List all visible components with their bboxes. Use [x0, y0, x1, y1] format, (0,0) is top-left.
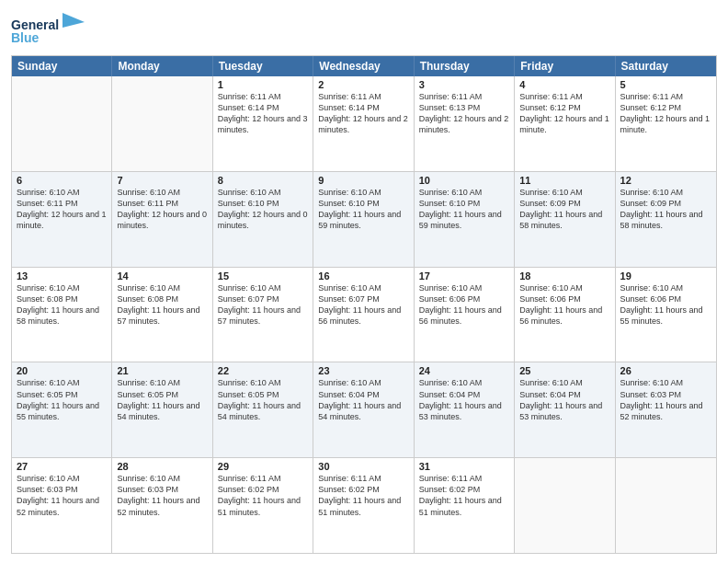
calendar-cell: 26Sunrise: 6:10 AM Sunset: 6:03 PM Dayli…	[616, 362, 716, 457]
page: General Blue SundayMondayTuesdayWednesda…	[0, 0, 728, 563]
calendar-body: 1Sunrise: 6:11 AM Sunset: 6:14 PM Daylig…	[12, 76, 716, 553]
calendar-cell: 7Sunrise: 6:10 AM Sunset: 6:11 PM Daylig…	[112, 172, 212, 267]
day-number: 25	[519, 365, 609, 376]
calendar-cell: 30Sunrise: 6:11 AM Sunset: 6:02 PM Dayli…	[313, 458, 414, 553]
cell-info: Sunrise: 6:10 AM Sunset: 6:03 PM Dayligh…	[117, 473, 207, 518]
day-number: 21	[117, 365, 207, 376]
cell-info: Sunrise: 6:11 AM Sunset: 6:02 PM Dayligh…	[218, 473, 308, 518]
calendar-cell	[616, 458, 716, 553]
cell-info: Sunrise: 6:10 AM Sunset: 6:04 PM Dayligh…	[419, 377, 509, 422]
cell-info: Sunrise: 6:10 AM Sunset: 6:10 PM Dayligh…	[218, 187, 308, 232]
calendar-cell: 16Sunrise: 6:10 AM Sunset: 6:07 PM Dayli…	[313, 268, 414, 362]
calendar-cell: 15Sunrise: 6:10 AM Sunset: 6:07 PM Dayli…	[213, 268, 313, 362]
day-number: 22	[218, 365, 308, 376]
calendar-cell: 2Sunrise: 6:11 AM Sunset: 6:14 PM Daylig…	[313, 76, 414, 171]
day-of-week-header: Thursday	[415, 56, 515, 76]
day-number: 16	[318, 270, 408, 282]
calendar-row: 6Sunrise: 6:10 AM Sunset: 6:11 PM Daylig…	[12, 171, 716, 267]
cell-info: Sunrise: 6:10 AM Sunset: 6:05 PM Dayligh…	[117, 377, 207, 422]
cell-info: Sunrise: 6:11 AM Sunset: 6:14 PM Dayligh…	[218, 91, 308, 136]
calendar-cell: 5Sunrise: 6:11 AM Sunset: 6:12 PM Daylig…	[616, 76, 716, 171]
calendar-cell: 10Sunrise: 6:10 AM Sunset: 6:10 PM Dayli…	[415, 172, 515, 267]
day-number: 9	[318, 175, 408, 186]
day-number: 30	[318, 461, 408, 472]
calendar-cell: 31Sunrise: 6:11 AM Sunset: 6:02 PM Dayli…	[415, 458, 515, 553]
calendar-cell: 20Sunrise: 6:10 AM Sunset: 6:05 PM Dayli…	[12, 362, 112, 457]
day-number: 15	[218, 270, 308, 282]
calendar-cell: 14Sunrise: 6:10 AM Sunset: 6:08 PM Dayli…	[112, 268, 212, 362]
cell-info: Sunrise: 6:10 AM Sunset: 6:03 PM Dayligh…	[620, 377, 711, 422]
calendar-cell: 8Sunrise: 6:10 AM Sunset: 6:10 PM Daylig…	[213, 172, 313, 267]
day-number: 20	[17, 365, 107, 376]
day-number: 13	[17, 270, 107, 282]
day-number: 11	[519, 175, 609, 186]
calendar-cell: 4Sunrise: 6:11 AM Sunset: 6:12 PM Daylig…	[515, 76, 615, 171]
day-number: 12	[620, 175, 711, 186]
day-number: 17	[419, 270, 509, 282]
calendar-cell: 24Sunrise: 6:10 AM Sunset: 6:04 PM Dayli…	[415, 362, 515, 457]
day-number: 10	[419, 175, 509, 186]
calendar-cell: 18Sunrise: 6:10 AM Sunset: 6:06 PM Dayli…	[515, 268, 615, 362]
calendar-cell: 29Sunrise: 6:11 AM Sunset: 6:02 PM Dayli…	[213, 458, 313, 553]
svg-marker-0	[63, 13, 85, 28]
cell-info: Sunrise: 6:10 AM Sunset: 6:04 PM Dayligh…	[318, 377, 408, 422]
cell-info: Sunrise: 6:10 AM Sunset: 6:07 PM Dayligh…	[218, 282, 308, 327]
day-number: 8	[218, 175, 308, 186]
calendar-header: SundayMondayTuesdayWednesdayThursdayFrid…	[12, 56, 716, 76]
day-number: 4	[519, 79, 609, 90]
calendar-cell: 9Sunrise: 6:10 AM Sunset: 6:10 PM Daylig…	[313, 172, 414, 267]
cell-info: Sunrise: 6:11 AM Sunset: 6:02 PM Dayligh…	[318, 473, 408, 518]
calendar-cell: 21Sunrise: 6:10 AM Sunset: 6:05 PM Dayli…	[112, 362, 212, 457]
cell-info: Sunrise: 6:11 AM Sunset: 6:02 PM Dayligh…	[419, 473, 509, 518]
cell-info: Sunrise: 6:10 AM Sunset: 6:06 PM Dayligh…	[620, 282, 711, 327]
calendar-cell	[112, 76, 212, 171]
calendar-cell: 13Sunrise: 6:10 AM Sunset: 6:08 PM Dayli…	[12, 268, 112, 362]
cell-info: Sunrise: 6:10 AM Sunset: 6:10 PM Dayligh…	[419, 187, 509, 232]
cell-info: Sunrise: 6:10 AM Sunset: 6:09 PM Dayligh…	[620, 187, 711, 232]
day-number: 23	[318, 365, 408, 376]
calendar-cell: 3Sunrise: 6:11 AM Sunset: 6:13 PM Daylig…	[415, 76, 515, 171]
day-of-week-header: Monday	[112, 56, 212, 76]
day-number: 6	[17, 175, 107, 186]
calendar-cell: 19Sunrise: 6:10 AM Sunset: 6:06 PM Dayli…	[616, 268, 716, 362]
calendar-cell: 17Sunrise: 6:10 AM Sunset: 6:06 PM Dayli…	[415, 268, 515, 362]
day-number: 19	[620, 270, 711, 282]
cell-info: Sunrise: 6:10 AM Sunset: 6:08 PM Dayligh…	[17, 282, 107, 327]
cell-info: Sunrise: 6:10 AM Sunset: 6:10 PM Dayligh…	[318, 187, 408, 232]
calendar-row: 1Sunrise: 6:11 AM Sunset: 6:14 PM Daylig…	[12, 76, 716, 171]
header: General Blue	[11, 9, 717, 50]
day-of-week-header: Sunday	[12, 56, 112, 76]
calendar-cell: 1Sunrise: 6:11 AM Sunset: 6:14 PM Daylig…	[213, 76, 313, 171]
calendar-cell: 28Sunrise: 6:10 AM Sunset: 6:03 PM Dayli…	[112, 458, 212, 553]
calendar: SundayMondayTuesdayWednesdayThursdayFrid…	[11, 55, 717, 554]
cell-info: Sunrise: 6:10 AM Sunset: 6:04 PM Dayligh…	[519, 377, 609, 422]
day-number: 2	[318, 79, 408, 90]
day-number: 14	[117, 270, 207, 282]
cell-info: Sunrise: 6:11 AM Sunset: 6:12 PM Dayligh…	[620, 91, 711, 136]
cell-info: Sunrise: 6:10 AM Sunset: 6:05 PM Dayligh…	[17, 377, 107, 422]
cell-info: Sunrise: 6:10 AM Sunset: 6:06 PM Dayligh…	[519, 282, 609, 327]
calendar-cell: 6Sunrise: 6:10 AM Sunset: 6:11 PM Daylig…	[12, 172, 112, 267]
day-number: 3	[419, 79, 509, 90]
day-of-week-header: Wednesday	[313, 56, 414, 76]
day-number: 18	[519, 270, 609, 282]
cell-info: Sunrise: 6:11 AM Sunset: 6:12 PM Dayligh…	[519, 91, 609, 136]
day-number: 26	[620, 365, 711, 376]
cell-info: Sunrise: 6:10 AM Sunset: 6:05 PM Dayligh…	[218, 377, 308, 422]
day-number: 29	[218, 461, 308, 472]
day-number: 1	[218, 79, 308, 90]
calendar-cell: 27Sunrise: 6:10 AM Sunset: 6:03 PM Dayli…	[12, 458, 112, 553]
cell-info: Sunrise: 6:11 AM Sunset: 6:14 PM Dayligh…	[318, 91, 408, 136]
day-number: 27	[17, 461, 107, 472]
cell-info: Sunrise: 6:10 AM Sunset: 6:11 PM Dayligh…	[117, 187, 207, 232]
cell-info: Sunrise: 6:10 AM Sunset: 6:08 PM Dayligh…	[117, 282, 207, 327]
cell-info: Sunrise: 6:11 AM Sunset: 6:13 PM Dayligh…	[419, 91, 509, 136]
day-of-week-header: Saturday	[616, 56, 716, 76]
day-number: 7	[117, 175, 207, 186]
cell-info: Sunrise: 6:10 AM Sunset: 6:11 PM Dayligh…	[17, 187, 107, 232]
day-number: 24	[419, 365, 509, 376]
calendar-cell: 12Sunrise: 6:10 AM Sunset: 6:09 PM Dayli…	[616, 172, 716, 267]
calendar-cell	[515, 458, 615, 553]
cell-info: Sunrise: 6:10 AM Sunset: 6:09 PM Dayligh…	[519, 187, 609, 232]
cell-info: Sunrise: 6:10 AM Sunset: 6:03 PM Dayligh…	[17, 473, 107, 518]
